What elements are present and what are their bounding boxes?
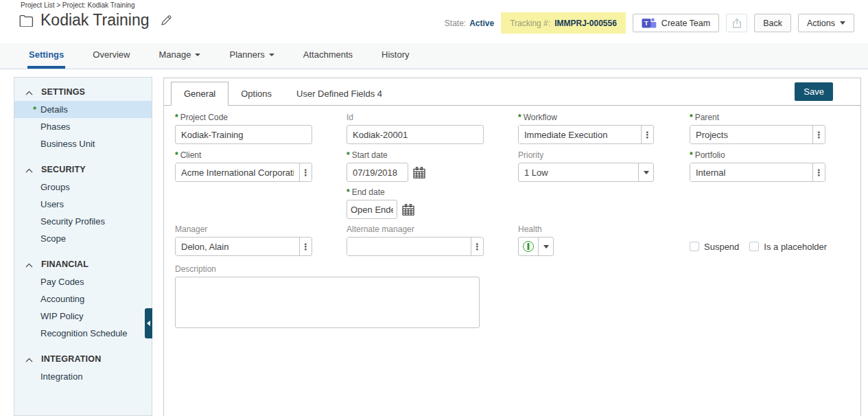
suspend-checkbox[interactable]: Suspend (690, 242, 739, 252)
tracking-value: IMMPRJ-000556 (554, 19, 617, 28)
field-label: *Portfolio (690, 150, 825, 163)
teams-icon: T (642, 16, 657, 30)
field-label: Manager (175, 224, 312, 237)
portfolio-picker-button[interactable]: ⋮ (812, 163, 825, 181)
share-icon (731, 18, 742, 29)
sidebar-section-settings[interactable]: SETTINGS (14, 83, 152, 101)
health-dropdown-button[interactable] (538, 238, 553, 255)
chevron-down-icon (840, 21, 845, 25)
sidebar-item-wip-policy[interactable]: WIP Policy (14, 308, 152, 325)
checkbox-label: Suspend (704, 242, 739, 252)
field-label: *Workflow (518, 113, 654, 125)
field-manager: Manager ⋮ (175, 224, 312, 256)
id-input[interactable] (347, 125, 484, 144)
back-button[interactable]: Back (754, 14, 791, 32)
tab-attachments[interactable]: Attachments (302, 43, 354, 69)
priority-dropdown-button[interactable] (638, 163, 653, 181)
create-team-button[interactable]: T Create Team (633, 14, 719, 32)
manager-input[interactable] (176, 238, 299, 255)
page-title-row: Kodiak Training (19, 11, 172, 30)
required-marker: * (347, 150, 350, 160)
client-input[interactable] (176, 163, 299, 181)
edit-title-icon[interactable] (161, 14, 172, 26)
header-actions: State: Active Tracking #: IMMPRJ-000556 … (445, 12, 854, 34)
tab-manage[interactable]: Manage (157, 43, 202, 69)
chevron-up-icon (25, 86, 33, 98)
state-label: State: (445, 19, 466, 28)
manager-picker-button[interactable]: ⋮ (299, 238, 312, 255)
create-team-label: Create Team (661, 19, 710, 28)
chevron-down-icon (644, 171, 649, 174)
priority-value[interactable]: 1 Low (519, 163, 638, 181)
tab-label: Manage (159, 49, 191, 60)
start-date-input[interactable] (347, 163, 408, 182)
sidebar-item-business-unit[interactable]: Business Unit (14, 135, 152, 152)
checkbox-icon (749, 242, 759, 251)
checkbox-label: Is a placeholder (764, 242, 827, 252)
sidebar-item-details[interactable]: * Details (14, 101, 152, 118)
field-label: Description (175, 264, 480, 277)
sidebar-item-security-profiles[interactable]: Security Profiles (14, 213, 152, 230)
sidebar-item-integration[interactable]: Integration (14, 368, 152, 385)
alternate-manager-input[interactable] (347, 238, 471, 255)
alternate-manager-picker-button[interactable]: ⋮ (471, 238, 483, 255)
description-textarea[interactable] (175, 277, 480, 328)
field-label: *Project Code (175, 113, 312, 125)
sidebar-section-financial[interactable]: FINANCIAL (14, 255, 152, 273)
sidebar-section-security[interactable]: SECURITY (14, 161, 152, 178)
sidebar-item-label: Users (40, 199, 64, 209)
tab-general[interactable]: General (171, 82, 228, 106)
share-button[interactable] (726, 14, 747, 32)
tab-planners[interactable]: Planners (228, 43, 275, 69)
tab-options[interactable]: Options (228, 82, 284, 105)
field-label: Health (518, 224, 554, 237)
breadcrumb[interactable]: Project List > Project: Kodiak Training (21, 1, 134, 9)
required-marker: * (690, 113, 693, 122)
actions-button[interactable]: Actions (798, 14, 854, 32)
project-code-input[interactable] (175, 125, 312, 144)
sidebar-item-label: Phases (40, 122, 70, 132)
calendar-icon[interactable] (402, 204, 414, 216)
sidebar-item-users[interactable]: Users (14, 196, 152, 213)
field-label: *End date (347, 187, 414, 200)
save-button[interactable]: Save (795, 82, 833, 101)
ellipsis-icon: ⋮ (301, 242, 310, 251)
sidebar-section-integration[interactable]: INTEGRATION (14, 350, 152, 368)
tracking-badge: Tracking #: IMMPRJ-000556 (501, 12, 626, 34)
portfolio-input[interactable] (690, 163, 812, 181)
sidebar-item-label: Integration (40, 371, 82, 382)
sidebar-item-scope[interactable]: Scope (14, 230, 152, 247)
sidebar-item-groups[interactable]: Groups (14, 178, 152, 196)
workflow-input[interactable] (519, 126, 641, 143)
sidebar: SETTINGS * Details Phases Business Unit … (14, 77, 152, 416)
ellipsis-icon: ⋮ (814, 130, 823, 139)
tab-settings[interactable]: Settings (27, 43, 65, 69)
sidebar-item-recognition-schedule[interactable]: Recognition Schedule (14, 325, 152, 342)
svg-text:T: T (644, 19, 648, 27)
end-date-input[interactable] (347, 200, 397, 219)
sidebar-collapse-handle[interactable] (145, 308, 152, 338)
parent-input[interactable] (690, 126, 812, 143)
sidebar-item-accounting[interactable]: Accounting (14, 290, 152, 308)
tab-history[interactable]: History (380, 43, 410, 69)
checkbox-icon (690, 242, 699, 251)
sidebar-item-pay-codes[interactable]: Pay Codes (14, 273, 152, 290)
ellipsis-icon: ⋮ (301, 168, 310, 177)
sidebar-item-label: Groups (40, 182, 70, 192)
field-end-date: *End date (347, 187, 414, 219)
collapse-arrow-icon (147, 321, 150, 326)
is-a-placeholder-checkbox[interactable]: Is a placeholder (749, 242, 827, 252)
required-marker: * (690, 150, 693, 160)
tab-overview[interactable]: Overview (91, 43, 131, 69)
chevron-down-icon (543, 245, 549, 249)
sidebar-item-label: Pay Codes (40, 277, 84, 287)
workflow-picker-button[interactable]: ⋮ (641, 126, 653, 143)
sidebar-item-phases[interactable]: Phases (14, 118, 152, 135)
section-title: FINANCIAL (41, 259, 89, 269)
state-badge: State: Active (445, 19, 494, 28)
parent-picker-button[interactable]: ⋮ (812, 126, 825, 143)
calendar-icon[interactable] (413, 167, 425, 178)
required-marker: * (175, 150, 178, 160)
client-picker-button[interactable]: ⋮ (299, 163, 312, 181)
tab-user-defined-fields[interactable]: User Defined Fields 4 (284, 82, 395, 105)
